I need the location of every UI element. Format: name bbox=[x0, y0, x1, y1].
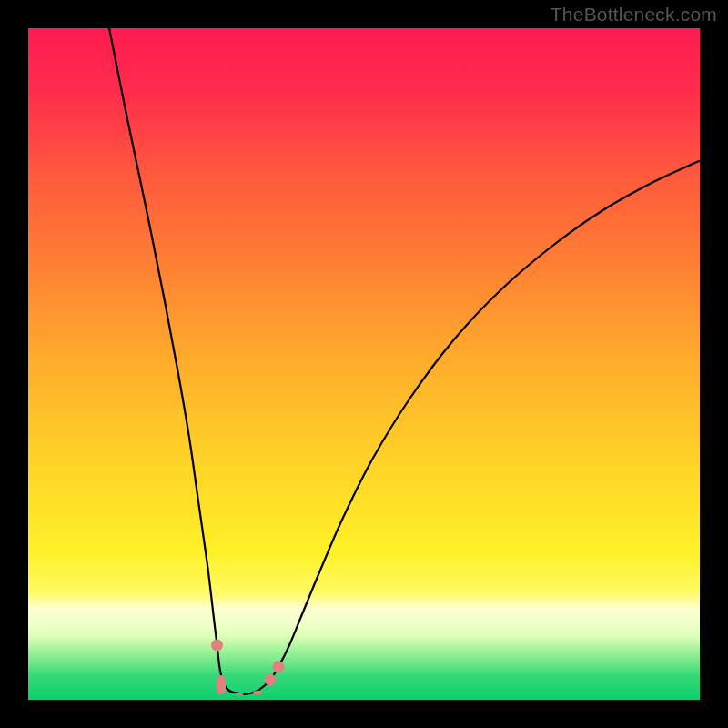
marker-bar bbox=[235, 693, 244, 695]
marker-bar bbox=[253, 691, 262, 694]
plot-area bbox=[28, 28, 700, 700]
curve-left-branch bbox=[109, 28, 243, 694]
curve-layer bbox=[28, 28, 700, 700]
marker-point bbox=[265, 674, 277, 686]
marker-point bbox=[273, 662, 285, 673]
marker-bars bbox=[217, 675, 262, 695]
curve-right-branch bbox=[243, 161, 699, 694]
marker-bar bbox=[217, 675, 226, 694]
outer-frame: TheBottleneck.com bbox=[0, 0, 728, 728]
marker-point bbox=[211, 640, 223, 652]
attribution-text: TheBottleneck.com bbox=[551, 4, 717, 25]
